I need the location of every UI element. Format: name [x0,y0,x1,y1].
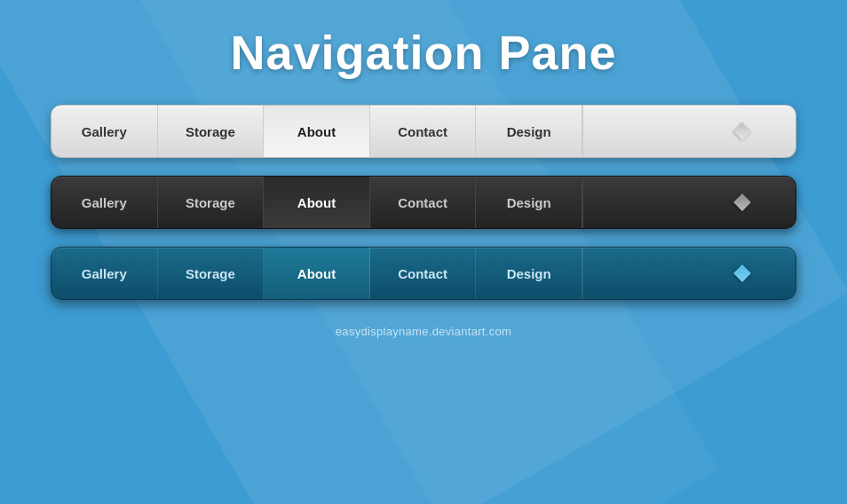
page-title: Navigation Pane [230,25,616,80]
nav-bar-blue: Gallery Storage About Contact Design [51,247,796,300]
nav-dark-diamond-area[interactable] [689,177,796,228]
diamond-icon [733,122,751,140]
nav-blue-spacer [582,248,689,299]
nav-blue-diamond-area[interactable] [689,248,796,299]
nav-dark-spacer [582,177,689,228]
nav-white-gallery[interactable]: Gallery [51,106,158,157]
footer-credit: easydisplayname.deviantart.com [336,325,511,338]
nav-white-about[interactable]: About [264,106,370,157]
nav-items-dark: Gallery Storage About Contact Design [51,177,582,228]
nav-blue-storage[interactable]: Storage [158,248,265,299]
nav-blue-design[interactable]: Design [476,248,582,299]
nav-white-design[interactable]: Design [476,106,582,157]
nav-items-white: Gallery Storage About Contact Design [51,106,582,157]
nav-bar-white: Gallery Storage About Contact Design [51,105,796,158]
nav-dark-about[interactable]: About [264,177,370,228]
nav-blue-about[interactable]: About [264,248,370,299]
nav-blue-contact[interactable]: Contact [370,248,477,299]
nav-white-contact[interactable]: Contact [370,106,477,157]
nav-white-storage[interactable]: Storage [158,106,265,157]
diamond-icon [733,264,751,282]
nav-dark-contact[interactable]: Contact [370,177,477,228]
nav-dark-design[interactable]: Design [476,177,582,228]
nav-items-blue: Gallery Storage About Contact Design [51,248,582,299]
diamond-icon [733,193,751,211]
nav-white-spacer [582,106,689,157]
nav-blue-gallery[interactable]: Gallery [51,248,158,299]
nav-white-diamond-area[interactable] [689,106,796,157]
nav-dark-gallery[interactable]: Gallery [51,177,158,228]
nav-dark-storage[interactable]: Storage [158,177,265,228]
nav-bar-dark: Gallery Storage About Contact Design [51,176,796,229]
